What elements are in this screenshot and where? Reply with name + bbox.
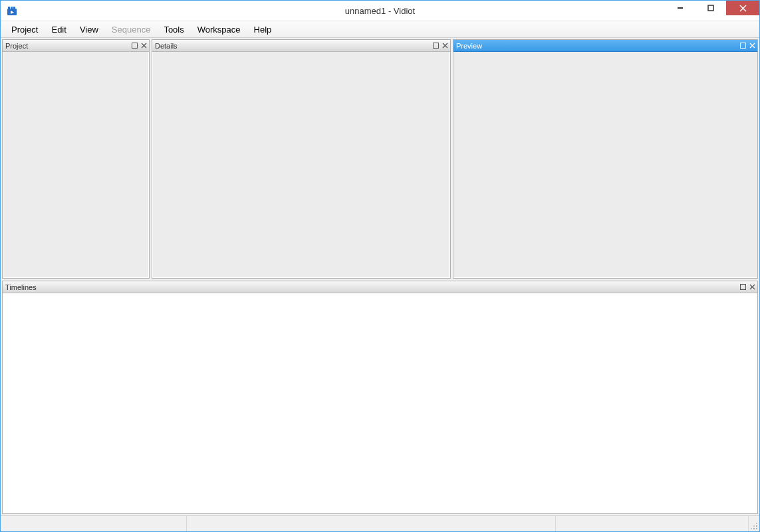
details-panel-header[interactable]: Details (152, 40, 450, 52)
project-panel-header[interactable]: Project (3, 40, 149, 52)
svg-rect-18 (740, 285, 745, 290)
svg-rect-6 (708, 5, 713, 11)
svg-point-22 (753, 528, 755, 529)
timelines-panel: Timelines (2, 281, 758, 514)
menu-view[interactable]: View (73, 23, 105, 37)
svg-point-25 (753, 525, 755, 527)
svg-point-23 (756, 525, 757, 527)
maximize-button[interactable] (696, 1, 726, 15)
details-panel-title: Details (155, 42, 432, 50)
menubar: Project Edit View Sequence Tools Workspa… (1, 21, 759, 38)
menu-project[interactable]: Project (5, 23, 45, 37)
project-panel: Project (2, 39, 150, 279)
svg-rect-15 (740, 43, 745, 49)
maximize-pane-icon[interactable] (130, 42, 138, 50)
minimize-button[interactable] (665, 1, 696, 15)
statusbar (1, 515, 759, 531)
resize-grip-icon[interactable] (749, 516, 759, 531)
status-cell-3 (556, 516, 749, 531)
details-panel-body[interactable] (152, 52, 450, 278)
svg-point-24 (751, 528, 752, 529)
menu-edit[interactable]: Edit (45, 23, 72, 37)
menu-sequence: Sequence (105, 23, 158, 37)
svg-rect-12 (433, 43, 438, 49)
project-panel-body[interactable] (3, 52, 149, 278)
svg-point-26 (756, 523, 757, 524)
svg-rect-1 (8, 7, 10, 9)
maximize-pane-icon[interactable] (432, 42, 440, 50)
maximize-pane-icon[interactable] (739, 283, 747, 291)
details-panel: Details (152, 39, 451, 279)
svg-rect-3 (13, 7, 15, 9)
preview-panel: Preview (453, 39, 758, 279)
timelines-panel-header[interactable]: Timelines (3, 281, 757, 293)
close-button[interactable] (726, 1, 759, 15)
window-title: unnamed1 - Vidiot (345, 6, 415, 16)
svg-rect-9 (132, 43, 137, 49)
window-controls (665, 1, 759, 21)
timelines-panel-body[interactable] (3, 293, 757, 513)
top-panel-row: Project Details (2, 39, 758, 279)
close-pane-icon[interactable] (441, 42, 449, 50)
menu-workspace[interactable]: Workspace (191, 23, 247, 37)
titlebar: unnamed1 - Vidiot (1, 1, 759, 21)
close-pane-icon[interactable] (748, 42, 756, 50)
menu-tools[interactable]: Tools (157, 23, 190, 37)
svg-rect-2 (11, 7, 13, 9)
menu-help[interactable]: Help (247, 23, 279, 37)
close-pane-icon[interactable] (748, 283, 756, 291)
project-panel-title: Project (5, 42, 130, 50)
preview-panel-header[interactable]: Preview (453, 40, 757, 52)
close-pane-icon[interactable] (140, 42, 148, 50)
preview-panel-body[interactable] (453, 52, 757, 278)
main-area: Project Details (1, 38, 759, 515)
preview-panel-title: Preview (456, 42, 739, 50)
app-icon (6, 5, 18, 17)
svg-point-21 (756, 528, 757, 529)
status-cell-2 (187, 516, 556, 531)
timelines-panel-title: Timelines (5, 283, 739, 291)
status-cell-1 (1, 516, 187, 531)
maximize-pane-icon[interactable] (739, 42, 747, 50)
